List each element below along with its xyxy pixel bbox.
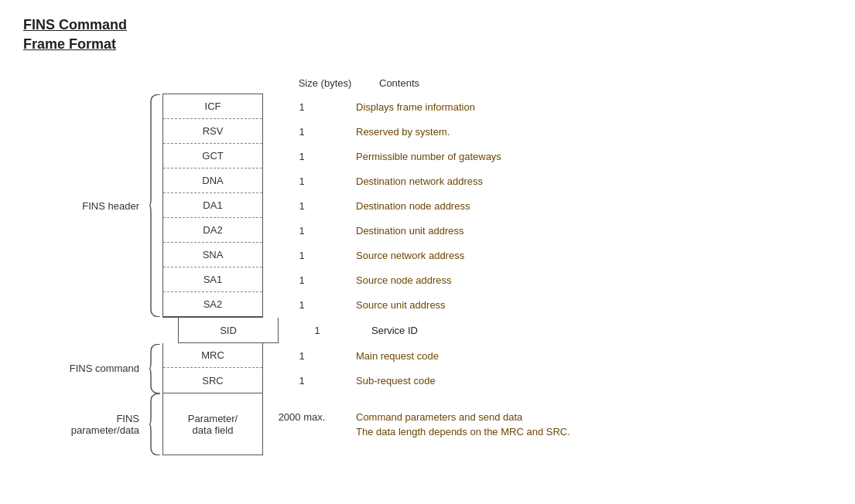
- header-info-rsv: 1Reserved by system.: [263, 119, 604, 144]
- header-field-icf: ICF: [163, 94, 262, 119]
- header-info-da1: 1Destination node address: [263, 193, 604, 218]
- sid-info-row: 1 Service ID: [279, 318, 619, 343]
- sid-field: SID: [179, 318, 278, 342]
- fins-header-info: 1Displays frame information1Reserved by …: [263, 94, 604, 317]
- dna-size: 1: [263, 175, 340, 187]
- mrc-field: MRC: [163, 343, 262, 368]
- column-headers: Size (bytes) Contents: [286, 77, 832, 89]
- fins-header-label: FINS header: [46, 200, 147, 212]
- sna-size: 1: [263, 250, 340, 261]
- parameter-contents-line2: The data length depends on the MRC and S…: [340, 426, 604, 438]
- mrc-size: 1: [263, 350, 340, 362]
- fins-header-table: ICFRSVGCTDNADA1DA2SNASA1SA2: [162, 94, 263, 318]
- header-field-sa1: SA1: [163, 267, 262, 292]
- rsv-size: 1: [263, 126, 340, 138]
- da1-size: 1: [263, 200, 340, 212]
- sa2-size: 1: [263, 299, 340, 311]
- header-info-sa1: 1Source node address: [263, 267, 604, 292]
- parameter-size: 2000 max.: [263, 411, 340, 423]
- page-title: FINS Command Frame Format: [23, 15, 832, 54]
- parameter-row1: 2000 max. Command parameters and send da…: [263, 393, 604, 424]
- sid-contents: Service ID: [356, 325, 619, 336]
- src-size: 1: [263, 375, 340, 387]
- header-field-da1: DA1: [163, 193, 262, 218]
- src-field: SRC: [163, 368, 262, 393]
- sid-row-wrapper: SID 1 Service ID: [46, 318, 832, 343]
- fins-command-info: 1 Main request code 1 Sub-request code: [263, 344, 604, 393]
- header-field-dna: DNA: [163, 169, 262, 193]
- sna-contents: Source network address: [340, 250, 604, 261]
- src-info-row: 1 Sub-request code: [263, 369, 604, 393]
- header-info-sa2: 1Source unit address: [263, 292, 604, 317]
- fins-command-label: FINS command: [46, 363, 147, 374]
- header-info-da2: 1Destination unit address: [263, 218, 604, 243]
- size-column-header: Size (bytes): [286, 77, 364, 89]
- header-field-da2: DA2: [163, 218, 262, 243]
- fins-command-table: MRC SRC: [162, 343, 263, 393]
- gct-contents: Permissible number of gateways: [340, 151, 604, 162]
- parameter-field-line1: Parameter/: [188, 413, 238, 424]
- header-field-sa2: SA2: [163, 292, 262, 317]
- sa1-size: 1: [263, 274, 340, 286]
- sa1-contents: Source node address: [340, 274, 604, 286]
- mrc-info-row: 1 Main request code: [263, 344, 604, 369]
- header-info-dna: 1Destination network address: [263, 169, 604, 193]
- gct-size: 1: [263, 151, 340, 162]
- header-info-gct: 1Permissible number of gateways: [263, 144, 604, 169]
- sid-table-cell: SID: [178, 318, 279, 343]
- parameter-table-cell: Parameter/ data field: [162, 393, 263, 455]
- fins-header-brace: [147, 94, 162, 318]
- parameter-row2: The data length depends on the MRC and S…: [263, 424, 604, 455]
- header-field-sna: SNA: [163, 243, 262, 267]
- icf-size: 1: [263, 101, 340, 113]
- sid-info: 1 Service ID: [279, 318, 619, 343]
- rsv-contents: Reserved by system.: [340, 126, 604, 138]
- contents-column-header: Contents: [364, 77, 627, 89]
- fins-header-section: FINS header ICFRSVGCTDNADA1DA2SNASA1SA2 …: [46, 94, 832, 318]
- parameter-field-line2: data field: [188, 424, 238, 436]
- fins-command-brace: [147, 343, 162, 393]
- header-info-sna: 1Source network address: [263, 243, 604, 267]
- da1-contents: Destination node address: [340, 200, 604, 212]
- header-info-icf: 1Displays frame information: [263, 94, 604, 119]
- header-field-rsv: RSV: [163, 119, 262, 144]
- dna-contents: Destination network address: [340, 175, 604, 187]
- fins-parameter-brace: [147, 393, 162, 455]
- mrc-contents: Main request code: [340, 350, 604, 362]
- da2-contents: Destination unit address: [340, 225, 604, 237]
- parameter-contents-line1: Command parameters and send data: [340, 411, 604, 423]
- icf-contents: Displays frame information: [340, 101, 604, 113]
- fins-parameter-label: FINS parameter/data: [46, 413, 147, 436]
- fins-parameter-section: FINS parameter/data Parameter/ data fiel…: [46, 393, 832, 455]
- diagram-area: Size (bytes) Contents FINS header ICFRSV…: [46, 77, 832, 455]
- parameter-info: 2000 max. Command parameters and send da…: [263, 393, 604, 455]
- sa2-contents: Source unit address: [340, 299, 604, 311]
- src-contents: Sub-request code: [340, 375, 604, 387]
- sid-size: 1: [279, 325, 356, 336]
- fins-command-section: FINS command MRC SRC 1 Main request code…: [46, 343, 832, 393]
- header-field-gct: GCT: [163, 144, 262, 169]
- da2-size: 1: [263, 225, 340, 237]
